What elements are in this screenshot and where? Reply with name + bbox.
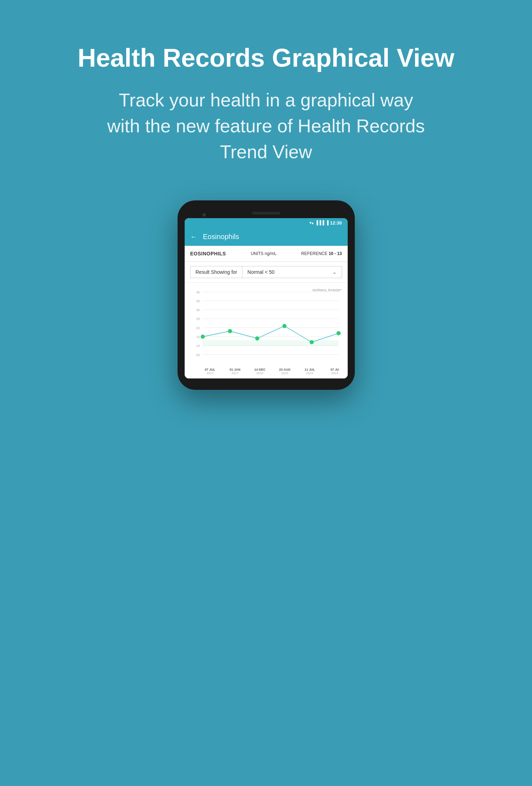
x-axis-labels: 07 JUL 2017 01 JAN 2017 14 DEC 2016 23 A…	[190, 366, 342, 378]
svg-text:40: 40	[196, 290, 200, 294]
page-subtitle: Track your health in a graphical way wit…	[107, 87, 426, 165]
x-label-3: 23 AUG 2015	[278, 368, 292, 375]
signal-icon: ▐▐▐	[315, 220, 324, 225]
phone-speaker	[252, 212, 280, 215]
svg-text:15: 15	[196, 335, 200, 339]
x-label-4: 11 JUL 2015	[303, 368, 317, 375]
data-point-5	[336, 331, 341, 335]
filter-label: Result Showing for	[190, 266, 242, 278]
svg-text:10: 10	[196, 344, 200, 348]
screen-title: Eosinophils	[203, 233, 239, 241]
x-label-0: 07 JUL 2017	[203, 368, 217, 375]
x-label-1: 01 JAN 2017	[228, 368, 242, 375]
sub-header: EOSINOPHILS UNITS ng/mL REFERENCE 10 - 1…	[185, 246, 348, 262]
normal-range-label: NORMAL RANGE*	[313, 288, 342, 292]
filter-bar: Result Showing for Normal < 50 ⌄	[185, 262, 348, 283]
filter-value: Normal < 50	[247, 269, 275, 275]
svg-text:30: 30	[196, 308, 200, 312]
trend-chart: 40 35 30 25 20 15 10 05	[190, 288, 342, 364]
data-point-2	[255, 336, 259, 341]
status-bar: ▾▴ ▐▐▐ ▐ 12:30	[185, 218, 348, 228]
svg-text:05: 05	[196, 353, 200, 356]
phone-mockup: ▾▴ ▐▐▐ ▐ 12:30 ← Eosinophils EOSINOPHILS…	[178, 200, 355, 390]
phone-camera	[202, 213, 206, 217]
x-label-5: 07 JU 2014	[327, 368, 342, 375]
data-point-4	[309, 340, 314, 344]
data-point-0	[201, 334, 205, 339]
units-label: UNITS ng/mL	[251, 251, 276, 256]
chart-svg-container: 40 35 30 25 20 15 10 05	[190, 288, 342, 366]
phone-screen: ▾▴ ▐▐▐ ▐ 12:30 ← Eosinophils EOSINOPHILS…	[185, 218, 348, 378]
x-label-2: 14 DEC 2016	[253, 368, 267, 375]
status-icons: ▾▴ ▐▐▐ ▐ 12:30	[309, 220, 342, 226]
battery-icon: ▐	[326, 220, 329, 225]
page-title: Health Records Graphical View	[78, 43, 454, 73]
back-button[interactable]: ←	[190, 233, 197, 241]
svg-text:25: 25	[196, 317, 200, 321]
chart-area: NORMAL RANGE* 40	[185, 283, 348, 378]
phone-bottom-bar	[185, 378, 348, 383]
filter-dropdown[interactable]: Normal < 50 ⌄	[242, 266, 342, 278]
wifi-icon: ▾▴	[309, 220, 314, 225]
phone-top-bar	[185, 207, 348, 218]
svg-rect-16	[203, 340, 338, 346]
status-time: 12:30	[330, 220, 342, 226]
svg-text:35: 35	[196, 299, 200, 303]
metric-label: EOSINOPHILS	[190, 251, 226, 256]
svg-text:20: 20	[196, 326, 200, 330]
chevron-down-icon: ⌄	[332, 269, 337, 275]
data-point-3	[282, 324, 286, 328]
app-header: ← Eosinophils	[185, 228, 348, 246]
reference-label: REFERENCE 10 - 13	[301, 251, 342, 256]
data-point-1	[228, 329, 232, 333]
